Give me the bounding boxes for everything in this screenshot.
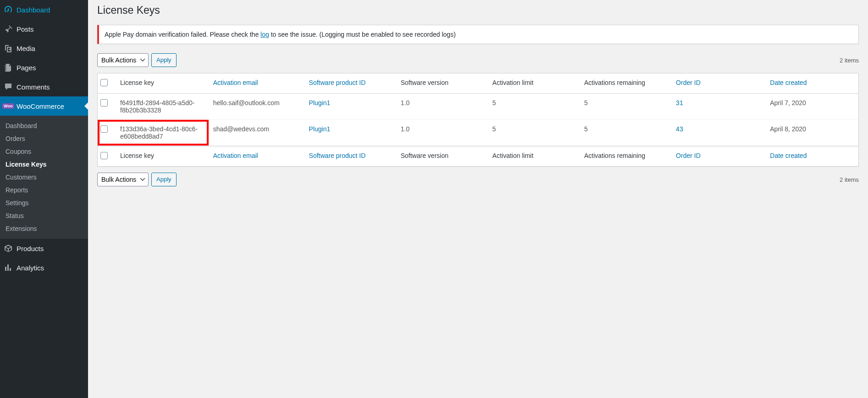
main-content: License Keys Apple Pay domain verificati… xyxy=(88,0,868,211)
col-header-product-id[interactable]: Software product ID xyxy=(309,79,366,86)
sidebar-item-pages[interactable]: Pages xyxy=(0,58,88,77)
cell-license-key: f6491ffd-2894-4805-a5d0-f8b20b3b3328 xyxy=(116,94,209,120)
tablenav-top: Bulk Actions Apply 2 items xyxy=(97,51,859,69)
col-footer-date[interactable]: Date created xyxy=(770,152,807,159)
error-notice: Apple Pay domain verification failed. Pl… xyxy=(97,25,859,44)
sidebar-item-woocommerce[interactable]: WooWooCommerce xyxy=(0,96,88,116)
col-header-order-id[interactable]: Order ID xyxy=(676,79,701,86)
cell-email: hello.saif@outlook.com xyxy=(209,94,304,120)
cell-limit: 5 xyxy=(488,120,580,146)
sidebar-item-label: Posts xyxy=(17,25,34,33)
col-header-remaining: Activations remaining xyxy=(580,73,671,94)
row-checkbox[interactable] xyxy=(100,125,108,133)
col-header-limit: Activation limit xyxy=(488,73,580,94)
items-count-bottom: 2 items xyxy=(840,176,859,183)
sidebar-item-comments[interactable]: Comments xyxy=(0,77,88,96)
sidebar-item-label: WooCommerce xyxy=(17,102,64,110)
col-header-version: Software version xyxy=(396,73,488,94)
cell-date: April 7, 2020 xyxy=(765,94,858,120)
sidebar-item-label: Comments xyxy=(17,83,50,91)
sidebar-item-dashboard[interactable]: Dashboard xyxy=(0,0,88,19)
cell-version: 1.0 xyxy=(396,120,488,146)
col-footer-order-id[interactable]: Order ID xyxy=(676,152,701,159)
cell-remaining: 5 xyxy=(580,94,671,120)
admin-sidebar: DashboardPostsMediaPagesCommentsWooWooCo… xyxy=(0,0,88,211)
cell-date: April 8, 2020 xyxy=(765,120,858,146)
col-footer-product-id[interactable]: Software product ID xyxy=(309,152,366,159)
dashboard-icon xyxy=(0,5,17,14)
select-all-top[interactable] xyxy=(100,79,108,86)
submenu-item-customers[interactable]: Customers xyxy=(0,171,88,184)
col-footer-license-key: License key xyxy=(116,146,209,166)
comments-icon xyxy=(0,82,17,91)
col-header-license-key: License key xyxy=(116,73,209,94)
sidebar-item-posts[interactable]: Posts xyxy=(0,19,88,39)
col-header-date[interactable]: Date created xyxy=(770,79,807,86)
apply-button-bottom[interactable]: Apply xyxy=(151,173,177,186)
sidebar-item-label: Pages xyxy=(17,64,36,72)
media-icon xyxy=(0,44,17,53)
cell-limit: 5 xyxy=(488,94,580,120)
bulk-actions-select-top[interactable]: Bulk Actions xyxy=(97,53,149,67)
submenu-item-license-keys[interactable]: License Keys xyxy=(0,158,88,171)
cell-product[interactable]: Plugin1 xyxy=(309,125,331,133)
page-title: License Keys xyxy=(97,0,859,18)
row-checkbox[interactable] xyxy=(100,99,108,107)
pin-icon xyxy=(0,24,17,34)
submenu-item-dashboard[interactable]: Dashboard xyxy=(0,119,88,132)
col-footer-remaining: Activations remaining xyxy=(580,146,671,166)
cell-email: shad@wedevs.com xyxy=(209,120,304,146)
woo-icon: Woo xyxy=(0,103,17,109)
submenu-item-coupons[interactable]: Coupons xyxy=(0,145,88,158)
submenu-item-orders[interactable]: Orders xyxy=(0,132,88,145)
cell-order[interactable]: 31 xyxy=(676,99,683,107)
col-header-activation-email[interactable]: Activation email xyxy=(213,79,258,86)
col-footer-limit: Activation limit xyxy=(488,146,580,166)
cell-remaining: 5 xyxy=(580,120,671,146)
pages-icon xyxy=(0,63,17,72)
submenu-item-status[interactable]: Status xyxy=(0,209,88,211)
cell-license-key: f133d36a-3bed-4cd1-80c6-e608bedd8ad7 xyxy=(116,120,209,146)
apply-button-top[interactable]: Apply xyxy=(151,53,177,67)
sidebar-item-label: Dashboard xyxy=(17,6,50,14)
notice-text-after: to see the issue. (Logging must be enabl… xyxy=(269,31,456,38)
sidebar-item-media[interactable]: Media xyxy=(0,39,88,58)
table-row: f6491ffd-2894-4805-a5d0-f8b20b3b3328hell… xyxy=(98,94,858,120)
cell-version: 1.0 xyxy=(396,94,488,120)
cell-order[interactable]: 43 xyxy=(676,125,683,133)
tablenav-bottom: Bulk Actions Apply 2 items xyxy=(97,170,859,189)
sidebar-item-label: Media xyxy=(17,45,35,52)
col-footer-version: Software version xyxy=(396,146,488,166)
bulk-actions-select-bottom[interactable]: Bulk Actions xyxy=(97,173,149,186)
notice-log-link[interactable]: log xyxy=(260,31,269,38)
notice-text-before: Apple Pay domain verification failed. Pl… xyxy=(105,31,260,38)
submenu-item-settings[interactable]: Settings xyxy=(0,196,88,209)
license-keys-table: License key Activation email Software pr… xyxy=(97,73,859,167)
col-footer-activation-email[interactable]: Activation email xyxy=(213,152,258,159)
cell-product[interactable]: Plugin1 xyxy=(309,99,331,107)
submenu-item-reports[interactable]: Reports xyxy=(0,184,88,196)
table-row: f133d36a-3bed-4cd1-80c6-e608bedd8ad7shad… xyxy=(98,120,858,146)
select-all-bottom[interactable] xyxy=(100,152,108,159)
items-count-top: 2 items xyxy=(840,57,859,64)
woo-submenu: DashboardOrdersCouponsLicense KeysCustom… xyxy=(0,116,88,211)
